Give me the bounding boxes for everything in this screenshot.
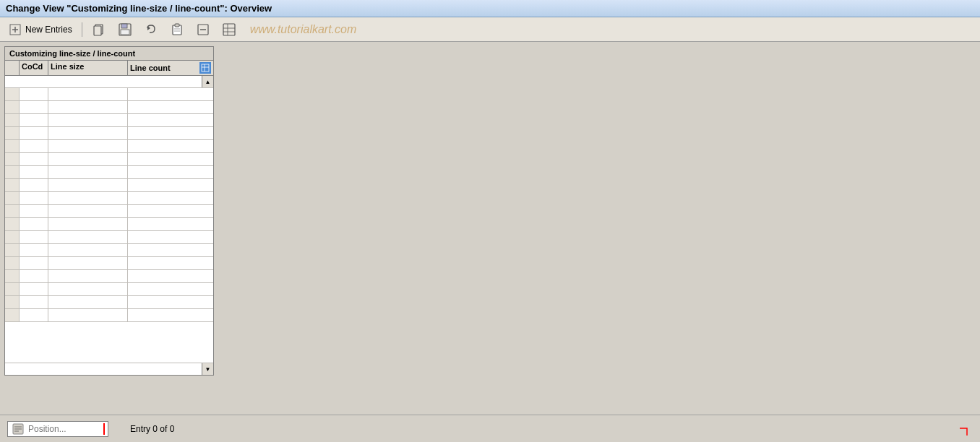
position-input[interactable] bbox=[28, 424, 100, 434]
row-linesize-5 bbox=[48, 153, 128, 165]
undo-icon bbox=[144, 22, 158, 37]
status-bar: Entry 0 of 0 bbox=[0, 415, 980, 442]
row-select-3 bbox=[5, 127, 20, 139]
table-row[interactable] bbox=[5, 166, 213, 179]
row-cocd-9 bbox=[20, 205, 48, 217]
row-select-12 bbox=[5, 244, 20, 256]
table-row[interactable] bbox=[5, 296, 213, 309]
row-cocd-12 bbox=[20, 244, 48, 256]
table-row[interactable] bbox=[5, 205, 213, 218]
delete-row-icon bbox=[196, 22, 210, 37]
row-linesize-12 bbox=[48, 244, 128, 256]
table-rows-container bbox=[5, 88, 213, 363]
row-linecount-1 bbox=[128, 101, 213, 113]
position-icon bbox=[11, 422, 25, 436]
table-row[interactable] bbox=[5, 101, 213, 114]
row-linecount-4 bbox=[128, 140, 213, 152]
table-panel: Customizing line-size / line-count CoCd … bbox=[4, 46, 214, 376]
row-cocd-4 bbox=[20, 140, 48, 152]
table-row[interactable] bbox=[5, 127, 213, 140]
col-select-header bbox=[5, 61, 20, 75]
table-header: CoCd Line size Line count bbox=[5, 61, 213, 76]
row-linesize-3 bbox=[48, 127, 128, 139]
row-cocd-16 bbox=[20, 296, 48, 308]
copy-button[interactable] bbox=[88, 20, 110, 39]
row-cocd-10 bbox=[20, 218, 48, 230]
new-entries-icon bbox=[8, 22, 22, 37]
row-select-11 bbox=[5, 231, 20, 243]
row-cocd-6 bbox=[20, 166, 48, 178]
row-linesize-2 bbox=[48, 114, 128, 126]
table-row[interactable] bbox=[5, 153, 213, 166]
table-row[interactable] bbox=[5, 179, 213, 192]
table-row[interactable] bbox=[5, 114, 213, 127]
table-row[interactable] bbox=[5, 88, 213, 101]
table-row[interactable] bbox=[5, 231, 213, 244]
table-row[interactable] bbox=[5, 140, 213, 153]
select-all-icon bbox=[222, 22, 236, 37]
row-linecount-8 bbox=[128, 192, 213, 204]
table-row[interactable] bbox=[5, 309, 213, 322]
main-content: Customizing line-size / line-count CoCd … bbox=[0, 42, 980, 412]
row-select-17 bbox=[5, 309, 20, 321]
scroll-up-button[interactable]: ▲ bbox=[202, 76, 213, 87]
row-select-6 bbox=[5, 166, 20, 178]
toolbar: New Entries bbox=[0, 17, 980, 42]
row-select-1 bbox=[5, 101, 20, 113]
svg-rect-6 bbox=[121, 24, 127, 28]
table-row[interactable] bbox=[5, 192, 213, 205]
select-all-button[interactable] bbox=[218, 20, 240, 39]
svg-rect-4 bbox=[94, 26, 101, 35]
row-cocd-1 bbox=[20, 101, 48, 113]
row-select-15 bbox=[5, 283, 20, 295]
col-cocd-header: CoCd bbox=[20, 61, 48, 75]
table-row[interactable] bbox=[5, 244, 213, 257]
toolbar-separator-1 bbox=[82, 22, 82, 37]
row-select-2 bbox=[5, 114, 20, 126]
row-linecount-12 bbox=[128, 244, 213, 256]
entry-info: Entry 0 of 0 bbox=[130, 424, 174, 434]
table-row[interactable] bbox=[5, 257, 213, 270]
column-settings-icon[interactable] bbox=[199, 62, 211, 74]
row-cocd-15 bbox=[20, 283, 48, 295]
row-linesize-15 bbox=[48, 283, 128, 295]
position-button[interactable] bbox=[7, 421, 108, 437]
svg-rect-10 bbox=[175, 24, 179, 27]
svg-rect-7 bbox=[121, 30, 129, 35]
table-row[interactable] bbox=[5, 218, 213, 231]
title-text: Change View "Customizing line-size / lin… bbox=[6, 3, 272, 14]
row-cocd-0 bbox=[20, 88, 48, 100]
row-select-5 bbox=[5, 153, 20, 165]
row-select-7 bbox=[5, 179, 20, 191]
delete-row-button[interactable] bbox=[192, 20, 214, 39]
corner-marker bbox=[958, 427, 968, 439]
row-cocd-3 bbox=[20, 127, 48, 139]
col-linecount-header: Line count bbox=[128, 61, 213, 75]
paste-button[interactable] bbox=[166, 20, 188, 39]
row-select-0 bbox=[5, 88, 20, 100]
row-linecount-13 bbox=[128, 257, 213, 269]
row-linesize-6 bbox=[48, 166, 128, 178]
scroll-down-button[interactable]: ▼ bbox=[202, 363, 213, 375]
title-bar: Change View "Customizing line-size / lin… bbox=[0, 0, 980, 17]
row-linesize-8 bbox=[48, 192, 128, 204]
row-select-13 bbox=[5, 257, 20, 269]
row-linesize-7 bbox=[48, 179, 128, 191]
row-linecount-15 bbox=[128, 283, 213, 295]
row-linecount-9 bbox=[128, 205, 213, 217]
save-button[interactable] bbox=[114, 20, 136, 39]
table-row[interactable] bbox=[5, 283, 213, 296]
table-row[interactable] bbox=[5, 270, 213, 283]
row-select-4 bbox=[5, 140, 20, 152]
row-select-14 bbox=[5, 270, 20, 282]
undo-button[interactable] bbox=[140, 20, 162, 39]
row-select-9 bbox=[5, 205, 20, 217]
position-cursor bbox=[103, 423, 105, 435]
table-panel-title: Customizing line-size / line-count bbox=[5, 47, 213, 61]
row-cocd-14 bbox=[20, 270, 48, 282]
row-linesize-13 bbox=[48, 257, 128, 269]
row-linesize-0 bbox=[48, 88, 128, 100]
new-entries-button[interactable]: New Entries bbox=[4, 20, 76, 39]
svg-marker-8 bbox=[147, 26, 150, 30]
row-cocd-7 bbox=[20, 179, 48, 191]
